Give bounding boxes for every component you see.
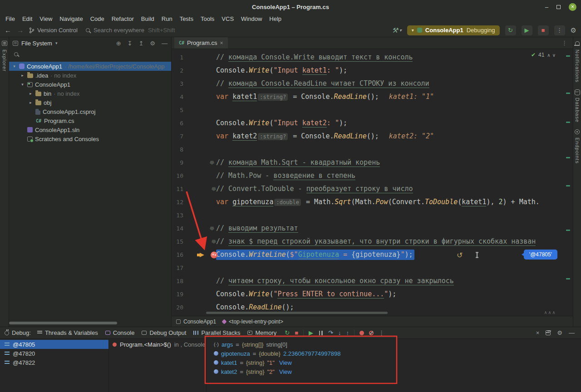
resume-button[interactable]: ▶ [309,329,313,336]
line-number[interactable]: 8 [172,143,183,156]
tree-item-bin[interactable]: ▸bin · no index [9,89,171,98]
editor-line-18[interactable]: 18// читаем строку, чтобы консольное окн… [172,274,573,288]
restart-debug-button[interactable]: ↻ [505,25,516,35]
locate-file-button[interactable]: ⊕ [116,40,121,47]
prev-next-issue-icons[interactable]: ∧∨ [547,53,557,58]
thread-47822[interactable]: @47822 [0,358,108,367]
chevron-right-icon[interactable]: ▸ [28,100,33,105]
menu-refactor[interactable]: Refactor [108,15,138,22]
chevron-down-icon[interactable]: ▾ [12,64,17,69]
editor-line-12[interactable]: 12var gipotenuza:double = Math.Sqrt(Math… [172,196,573,209]
view-link[interactable]: View [279,368,292,375]
menu-run[interactable]: Run [158,15,176,22]
line-number[interactable]: 1 [172,51,183,64]
editor-line-14[interactable]: 14// выводим результат [172,222,573,235]
tree-item-consoleapp1-csproj[interactable]: ConsoleApp1.csproj [9,107,171,116]
tree-item-consoleapp1[interactable]: ▾ConsoleApp1 [9,80,171,89]
line-number[interactable]: 20 [172,301,183,314]
tab-debug-output[interactable]: Debug Output [142,329,186,336]
stripe-item-database[interactable]: Database [574,89,580,122]
settings-button[interactable]: ⚙ [571,26,576,34]
tab-parallel-stacks[interactable]: Parallel Stacks [193,329,240,336]
tree-item-idea[interactable]: ▸.idea · no index [9,71,171,80]
line-number[interactable]: 19 [172,288,183,301]
menu-edit[interactable]: Edit [19,15,36,22]
tab-close-icon[interactable]: × [220,40,223,46]
tree-item-consoleapp1-sln[interactable]: ConsoleApp1.sln [9,125,171,134]
tree-search-field[interactable] [9,49,171,59]
editor-line-2[interactable]: 2Console.Write("Input katet1: "); [172,64,573,77]
editor-line-5[interactable]: 5 [172,103,573,117]
editor-line-17[interactable]: 17 [172,261,573,274]
menu-vcs[interactable]: VCS [218,15,237,22]
line-number[interactable]: 4 [172,90,183,103]
mute-breakpoints-button[interactable] [369,331,374,335]
stack-frame[interactable]: Program.<Main>$()in , Console [109,340,206,349]
line-number[interactable]: 12 [172,196,183,209]
debug-more-button[interactable]: ⋮ [379,329,384,336]
editor-line-11[interactable]: 11// Convert.ToDouble - преобразует стро… [172,182,573,196]
chevron-right-icon[interactable]: ▸ [28,91,33,96]
tree-item-program-cs[interactable]: C#Program.cs [9,116,171,125]
line-number[interactable]: 2 [172,64,183,77]
explorer-icon[interactable] [2,41,7,46]
pause-button[interactable] [318,331,323,335]
editor-line-16[interactable]: 16Console.WriteLine($"Gipotenuza = {gipo… [172,248,573,261]
rerun-button[interactable]: ↻ [285,329,290,336]
line-number[interactable]: 6 [172,117,183,130]
debug-tool-window-button[interactable]: Debug: [5,329,31,336]
rerun-to-cursor-icon[interactable]: ↺ [457,250,463,259]
tab-threads-variables[interactable]: Threads & Variables [37,329,98,336]
sidebar-title[interactable]: File System [21,40,52,47]
editor-line-3[interactable]: 3// команда Console.ReadLine читает СТРО… [172,77,573,90]
more-actions-button[interactable]: ⋮ [554,25,565,35]
variable-katet1[interactable]: katet1 = {string} "1"View [214,358,581,367]
menu-help[interactable]: Help [266,15,285,22]
tree-item-consoleapp1[interactable]: ▾ConsoleApp1 · /home/kei/RiderProjects/C… [9,62,171,71]
stripe-item-endpoints[interactable]: Endpoints [574,129,580,164]
thread-47805[interactable]: @47805 [0,340,108,349]
chevron-right-icon[interactable]: ▸ [20,73,25,78]
minimize-button[interactable]: – [545,4,548,10]
close-debug-button[interactable]: × [536,329,540,336]
line-number[interactable]: 3 [172,77,183,90]
breakpoint-emoji-icon[interactable] [211,251,217,258]
inspections-widget[interactable]: ✔ 41 ∧∨ [531,52,557,58]
breadcrumb-item-consoleapp1[interactable]: ConsoleApp1 [176,318,216,325]
variable-gipotenuza[interactable]: gipotenuza = {double} 2.2360679774997898 [214,349,581,358]
variable-args[interactable]: (·)args = {string[]} string[0] [214,340,581,349]
menu-file[interactable]: File [2,15,19,22]
line-number[interactable]: 16 [172,248,183,261]
maximize-button[interactable] [556,5,561,9]
line-number[interactable]: 5 [172,103,183,117]
menu-code[interactable]: Code [87,15,108,22]
line-number[interactable]: 9 [172,156,183,169]
line-number[interactable]: 14 [172,222,183,235]
menu-tools[interactable]: Tools [197,15,218,22]
tab-memory[interactable]: Memory [247,329,276,336]
editor-line-7[interactable]: 7var katet2:string? = Console.ReadLine()… [172,130,573,143]
line-number[interactable]: 17 [172,261,183,274]
menu-navigate[interactable]: Navigate [56,15,86,22]
menu-window[interactable]: Window [237,15,266,22]
debug-settings-button[interactable]: ⚙ [557,329,562,336]
step-into-button[interactable]: ↓ [338,329,341,336]
tree-item-scratches-and-consoles[interactable]: Scratches and Consoles [9,134,171,143]
chevron-down-icon[interactable]: ▾ [55,41,58,45]
editor-line-1[interactable]: 1// команда Console.Write выводит текст … [172,51,573,64]
editor-line-4[interactable]: 4var katet1:string? = Console.ReadLine()… [172,90,573,103]
hide-debug-button[interactable]: — [569,329,575,336]
hide-sidebar-button[interactable]: — [162,40,167,47]
search-everywhere[interactable]: Search everywhere Shift+Shift [86,27,175,34]
close-button[interactable]: × [569,3,576,11]
back-button[interactable]: ← [5,26,11,34]
collapse-all-button[interactable]: ↥ [138,40,143,47]
tab-program-cs[interactable]: C# Program.cs × [174,37,228,49]
view-breakpoints-button[interactable] [359,331,364,335]
menu-tests[interactable]: Tests [176,15,197,22]
line-number[interactable]: 18 [172,274,183,288]
stripe-item-notifications[interactable]: Notifications [574,41,580,83]
stop-button[interactable]: ■ [538,25,549,35]
run-button[interactable]: ▶ [522,25,532,35]
run-configuration-widget[interactable]: ▾ ConsoleApp1 Debugging [407,25,500,35]
